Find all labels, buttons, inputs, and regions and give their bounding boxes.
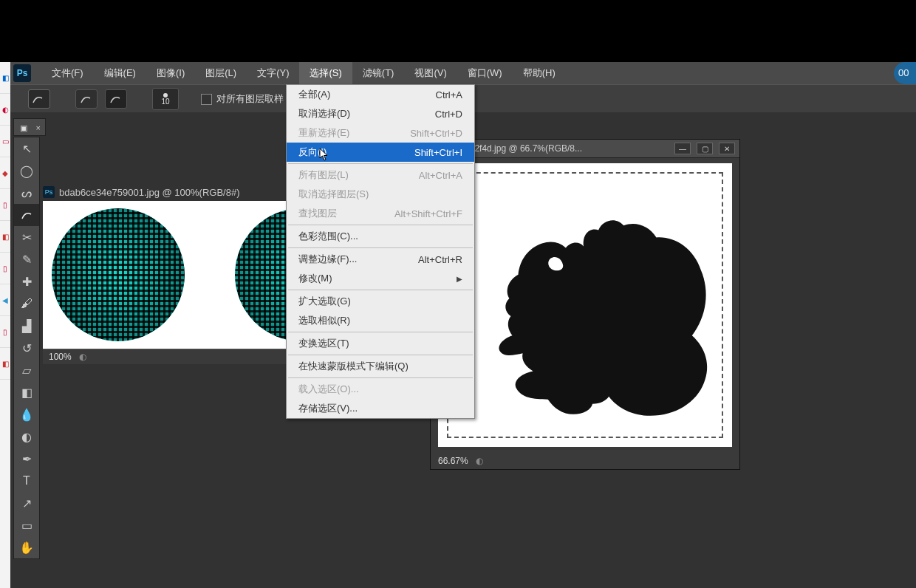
menu-save-selection[interactable]: 存储选区(V)...	[287, 399, 474, 418]
os-item[interactable]: ▭	[0, 126, 10, 157]
menu-load-selection: 载入选区(O)...	[287, 380, 474, 399]
menu-view[interactable]: 视图(V)	[404, 62, 457, 84]
menu-separator	[288, 377, 473, 378]
os-item[interactable]: ◀	[0, 284, 10, 316]
eyedropper-tool[interactable]: ✎	[14, 248, 39, 270]
menu-find-layers: 查找图层 Alt+Shift+Ctrl+F	[287, 204, 474, 223]
os-item[interactable]: ◧	[0, 62, 10, 94]
dodge-tool[interactable]: ◐	[14, 425, 39, 448]
os-item[interactable]: ◧	[0, 348, 10, 380]
stamp-tool[interactable]: ▟	[14, 315, 39, 337]
menu-layer[interactable]: 图层(L)	[195, 62, 247, 84]
os-taskbar: ◧ ◐ ▭ ◆ ▯ ◧ ▯ ◀ ▯ ◧	[0, 62, 10, 588]
menu-color-range[interactable]: 色彩范围(C)...	[287, 227, 474, 246]
path-select-tool[interactable]: ↗	[14, 492, 39, 514]
mode-icon-1[interactable]	[75, 89, 98, 109]
type-tool[interactable]: T	[14, 470, 39, 492]
menu-grow[interactable]: 扩大选取(G)	[287, 292, 474, 311]
menu-all-layers: 所有图层(L) Alt+Ctrl+A	[287, 165, 474, 185]
menu-file[interactable]: 文件(F)	[41, 62, 94, 84]
close-icon[interactable]: ×	[36, 123, 41, 132]
menu-help[interactable]: 帮助(H)	[513, 62, 566, 84]
hand-tool[interactable]: ✋	[14, 536, 39, 558]
tool-preset[interactable]	[28, 89, 50, 109]
os-item[interactable]: ◐	[0, 94, 10, 126]
pen-tool[interactable]: ✒	[14, 448, 39, 470]
os-item[interactable]: ◧	[0, 221, 10, 253]
doc2-statusbar: 66.67% ◐	[431, 453, 739, 469]
lasso-tool[interactable]: ᔕ	[14, 182, 39, 204]
panel-tab[interactable]: ▣ ×	[13, 118, 46, 136]
doc2-canvas[interactable]	[438, 163, 732, 447]
quick-select-tool[interactable]	[14, 204, 39, 226]
menu-reselect: 重新选择(E) Shift+Ctrl+D	[287, 123, 474, 143]
doc2-zoom: 66.67%	[438, 456, 468, 466]
shape-tool[interactable]: ▭	[14, 514, 39, 536]
canvas-artwork	[235, 208, 287, 341]
close-button[interactable]: ✕	[719, 143, 735, 154]
app-logo: Ps	[13, 64, 31, 82]
canvas-artwork	[451, 177, 719, 444]
sample-all-layers-checkbox[interactable]: 对所有图层取样	[201, 92, 284, 106]
menu-select-all[interactable]: 全部(A) Ctrl+A	[287, 85, 474, 104]
ps-icon: Ps	[43, 186, 55, 198]
menu-separator	[288, 290, 473, 290]
doc1-statusbar: 100% ◐	[43, 349, 298, 364]
maximize-button[interactable]: ▢	[697, 143, 713, 154]
status-icon[interactable]: ◐	[476, 456, 483, 466]
os-item[interactable]: ▯	[0, 253, 10, 284]
checkbox-icon	[201, 94, 212, 105]
menubar: Ps 文件(F) 编辑(E) 图像(I) 图层(L) 文字(Y) 选择(S) 滤…	[10, 62, 916, 84]
status-icon[interactable]: ◐	[79, 352, 86, 362]
menu-quick-mask[interactable]: 在快速蒙版模式下编辑(Q)	[287, 357, 474, 376]
select-menu-dropdown: 全部(A) Ctrl+A 取消选择(D) Ctrl+D 重新选择(E) Shif…	[286, 84, 475, 419]
minimize-button[interactable]: —	[674, 143, 691, 154]
os-item[interactable]: ◆	[0, 157, 10, 189]
mode-icon-2[interactable]	[105, 89, 127, 109]
brush-tool[interactable]: 🖌	[14, 293, 39, 315]
marquee-tool[interactable]: ◯	[14, 160, 39, 182]
tab-icon: ▣	[20, 123, 27, 133]
gradient-tool[interactable]: ◧	[14, 381, 39, 403]
menu-similar[interactable]: 选取相似(R)	[287, 311, 474, 330]
menu-window[interactable]: 窗口(W)	[457, 62, 513, 84]
healing-tool[interactable]: ✚	[14, 270, 39, 293]
tool-panel: ↖ ◯ ᔕ ✂ ✎ ✚ 🖌 ▟ ↺ ▱ ◧ 💧 ◐ ✒ T ↗ ▭ ✋	[13, 137, 40, 559]
menu-edit[interactable]: 编辑(E)	[94, 62, 146, 84]
doc1-titlebar: Ps bdab6ce34e759001.jpg @ 100%(RGB/8#)	[43, 183, 287, 201]
menu-separator	[288, 163, 473, 164]
menu-separator	[288, 225, 473, 225]
move-tool[interactable]: ↖	[14, 137, 39, 160]
brush-size[interactable]: 10	[152, 88, 179, 110]
blur-tool[interactable]: 💧	[14, 403, 39, 425]
doc1-canvas[interactable]	[43, 201, 287, 349]
brush-size-value: 10	[161, 98, 169, 106]
menu-separator	[288, 332, 473, 332]
menu-modify[interactable]: 修改(M) ▶	[287, 269, 474, 288]
history-brush-tool[interactable]: ↺	[14, 337, 39, 359]
menu-filter[interactable]: 滤镜(T)	[352, 62, 405, 84]
doc2-window: 5abbb1d02f4d.jpg @ 66.7%(RGB/8... — ▢ ✕ …	[430, 139, 740, 470]
crop-tool[interactable]: ✂	[14, 226, 39, 248]
menu-select[interactable]: 选择(S)	[299, 62, 352, 84]
clock-badge: 00	[894, 62, 916, 84]
menu-refine-edge[interactable]: 调整边缘(F)... Alt+Ctrl+R	[287, 250, 474, 269]
menu-deselect[interactable]: 取消选择(D) Ctrl+D	[287, 104, 474, 123]
doc2-titlebar[interactable]: 5abbb1d02f4d.jpg @ 66.7%(RGB/8... — ▢ ✕	[431, 140, 739, 158]
canvas-artwork	[52, 208, 185, 341]
video-black-bar	[0, 0, 916, 62]
doc1-zoom: 100%	[49, 352, 72, 362]
menu-separator	[288, 247, 473, 248]
menu-type[interactable]: 文字(Y)	[247, 62, 299, 84]
doc1-title-text: bdab6ce34e759001.jpg @ 100%(RGB/8#)	[59, 187, 239, 198]
menu-inverse[interactable]: 反向(I) Shift+Ctrl+I	[287, 143, 474, 162]
menu-image[interactable]: 图像(I)	[146, 62, 195, 84]
menu-transform-selection[interactable]: 变换选区(T)	[287, 334, 474, 353]
os-item[interactable]: ▯	[0, 316, 10, 348]
menu-separator	[288, 355, 473, 355]
checkbox-label: 对所有图层取样	[216, 92, 284, 106]
submenu-arrow-icon: ▶	[457, 275, 462, 283]
os-item[interactable]: ▯	[0, 189, 10, 221]
menu-deselect-layers: 取消选择图层(S)	[287, 185, 474, 204]
eraser-tool[interactable]: ▱	[14, 359, 39, 381]
